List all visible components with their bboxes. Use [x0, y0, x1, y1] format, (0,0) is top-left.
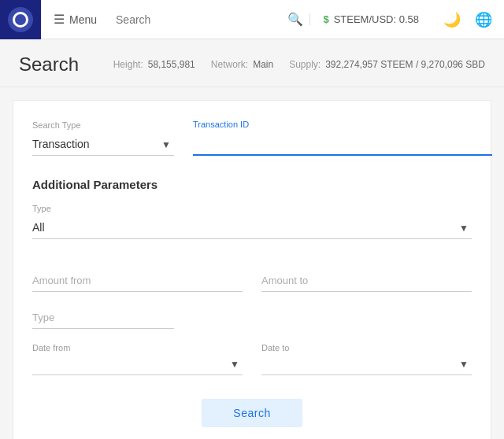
navbar-search: 🔍: [109, 12, 309, 27]
date-from-group: Date from ▼: [32, 343, 243, 375]
page-header: Search Height: 58,155,981 Network: Main …: [0, 39, 504, 87]
hamburger-icon: ☰: [54, 12, 65, 27]
type-select-wrapper: All Transfer Vote Comment ▼: [32, 216, 472, 239]
height-label: Height:: [113, 59, 143, 70]
page-stats: Height: 58,155,981 Network: Main Supply:…: [113, 59, 485, 70]
supply-label: Supply:: [289, 59, 321, 70]
amount-from-input[interactable]: [32, 269, 243, 292]
network-label: Network:: [211, 59, 248, 70]
price-display: $ STEEM/USD: 0.58: [309, 13, 432, 25]
date-from-wrapper: ▼: [32, 352, 243, 375]
dollar-icon: $: [323, 13, 328, 25]
date-to-label: Date to: [261, 343, 472, 352]
search-button[interactable]: Search: [202, 399, 302, 427]
additional-params-section: Additional Parameters Type All Transfer …: [32, 178, 472, 427]
transaction-id-group: Transaction ID: [193, 120, 492, 156]
menu-label: Menu: [69, 13, 97, 26]
type-group: Type All Transfer Vote Comment ▼: [32, 204, 472, 255]
search-type-row: Search Type Transaction Account Block ▼ …: [32, 120, 472, 156]
amount-from-group: [32, 269, 243, 292]
main-content: Search Type Transaction Account Block ▼ …: [13, 100, 491, 439]
date-row: Date from ▼ Date to ▼: [32, 343, 472, 375]
date-from-label: Date from: [32, 343, 243, 352]
button-row: Search: [32, 399, 472, 427]
navbar-search-input[interactable]: [116, 13, 281, 26]
logo-inner: [13, 12, 28, 28]
type-select[interactable]: All Transfer Vote Comment: [32, 216, 472, 239]
navbar-icons: 🌙 🌐: [432, 6, 504, 34]
amount-row: [32, 269, 472, 292]
menu-button[interactable]: ☰ Menu: [41, 12, 109, 27]
date-to-select[interactable]: [261, 352, 472, 375]
date-from-select[interactable]: [32, 352, 243, 375]
supply-value: 392,274,957 STEEM / 9,270,096 SBD: [325, 59, 485, 70]
navbar-search-icon[interactable]: 🔍: [287, 12, 303, 27]
search-type-label: Search Type: [32, 120, 174, 130]
logo-circle: [8, 7, 33, 32]
search-type-select[interactable]: Transaction Account Block: [32, 133, 174, 156]
type-text-group: [32, 306, 174, 329]
logo[interactable]: [0, 0, 41, 39]
page-title: Search: [19, 53, 79, 76]
amount-to-group: [261, 269, 472, 292]
search-type-group: Search Type Transaction Account Block ▼: [32, 120, 174, 156]
navbar: ☰ Menu 🔍 $ STEEM/USD: 0.58 🌙 🌐: [0, 0, 504, 39]
stat-supply: Supply: 392,274,957 STEEM / 9,270,096 SB…: [289, 59, 485, 70]
dark-mode-button[interactable]: 🌙: [438, 6, 466, 34]
transaction-id-label: Transaction ID: [193, 120, 492, 129]
date-to-wrapper: ▼: [261, 352, 472, 375]
search-type-wrapper: Transaction Account Block ▼: [32, 133, 174, 156]
language-button[interactable]: 🌐: [469, 6, 498, 34]
type-text-input[interactable]: [32, 306, 174, 329]
additional-params-title: Additional Parameters: [32, 178, 472, 191]
transaction-id-input[interactable]: [193, 132, 492, 156]
type-label: Type: [32, 204, 472, 213]
date-to-group: Date to ▼: [261, 343, 472, 375]
network-value: Main: [253, 59, 273, 70]
height-value: 58,155,981: [148, 59, 195, 70]
price-value: STEEM/USD: 0.58: [334, 13, 419, 25]
stat-height: Height: 58,155,981: [113, 59, 195, 70]
stat-network: Network: Main: [211, 59, 273, 70]
amount-to-input[interactable]: [261, 269, 472, 292]
